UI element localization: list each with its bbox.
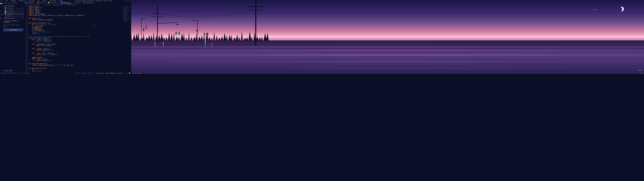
breadcrumb[interactable]: home›dani›vscode-o...›...›extensions›tea… xyxy=(24,4,131,6)
traffic-light-icon xyxy=(176,32,176,35)
close-button[interactable]: ✕ xyxy=(129,0,130,2)
breadcrumb-segment[interactable]: ... xyxy=(78,4,79,6)
open-editor-item[interactable]: Java.java~/.vscode-oss/extensions/tea... xyxy=(2,9,24,11)
svg-point-4 xyxy=(1,11,2,11)
editor-tab[interactable]: Java.java xyxy=(36,2,46,4)
menubar: File Modifica Selezione Visualizza Vai D… xyxy=(0,0,64,2)
file-icon xyxy=(26,2,27,3)
sidebar: ESPLORA RISORSE EDITOR APERTI Golang.go~… xyxy=(2,2,24,72)
breadcrumb-segment[interactable]: teabyii.ayu-0.18.0 xyxy=(52,4,63,6)
file-icon xyxy=(5,12,6,13)
breadcrumb-segment[interactable]: home xyxy=(25,4,28,6)
tab-row: Golang.goJava.javaJavaScript.jsPython.py… xyxy=(24,2,131,4)
minimize-button[interactable]: — xyxy=(123,0,125,2)
chevron-right-icon: › xyxy=(41,4,42,6)
file-path: ~/.vscode-oss/extensions/teab... xyxy=(13,16,24,17)
code-editor[interactable]: 1234567891011121314151617181920212223242… xyxy=(24,6,131,72)
scm-icon[interactable] xyxy=(0,10,2,12)
status-feedback-icon[interactable]: ☺ xyxy=(126,72,127,74)
status-formatting[interactable]: Formatting: ✓ xyxy=(116,72,124,74)
minimap[interactable] xyxy=(123,6,131,72)
tab-label: Python.py xyxy=(63,2,70,3)
tab-label: TypeScript.ts xyxy=(85,2,94,4)
debug-icon[interactable] xyxy=(0,14,2,16)
chevron-right-icon: › xyxy=(33,4,34,6)
file-name: JavaScript.js xyxy=(7,11,15,13)
status-cursor-pos[interactable]: Ri 1, col 1 xyxy=(75,72,81,74)
open-editor-item[interactable]: JavaScript.js~/.vscode-oss/extensio...1 xyxy=(2,11,24,13)
traffic-light-icon xyxy=(146,25,147,29)
status-python[interactable]: Python 3.7.4 64-bit xyxy=(1,72,12,74)
chevron-right-icon: › xyxy=(77,4,77,6)
extensions-icon[interactable] xyxy=(0,18,2,19)
close-icon[interactable]: × xyxy=(70,2,71,3)
breadcrumb-segment[interactable]: dani xyxy=(30,4,32,6)
code-content[interactable]: import jsonimport hashlibimport mathimpo… xyxy=(28,6,123,72)
file-name: Python.py xyxy=(7,13,14,15)
tab-label: JavaScript.js xyxy=(50,2,58,4)
open-editor-item[interactable]: TypeScript.ts~/.vscode-oss/extens...9 xyxy=(2,17,24,19)
svg-rect-6 xyxy=(1,18,2,18)
no-folder-section: NESSUNA CARTELLA APERTA Non ci sono anco… xyxy=(2,20,24,32)
file-name: Java.java xyxy=(7,9,13,11)
file-name: Golang.go xyxy=(7,7,14,9)
file-icon xyxy=(5,7,6,9)
chevron-right-icon: › xyxy=(29,4,30,6)
editor-tab[interactable]: TypeScript.ts xyxy=(82,2,96,4)
file-name: TypeScript.ts xyxy=(7,17,16,19)
editor-group: Golang.goJava.javaJavaScript.jsPython.py… xyxy=(24,2,131,72)
open-editor-item[interactable]: Python.py~/.vscode-oss/extensions...9 xyxy=(2,13,24,15)
open-editor-item[interactable]: Ruby.rb~/.vscode-oss/extensions/teab... xyxy=(2,15,24,17)
editor-tab[interactable]: JavaScript.js xyxy=(46,2,60,4)
status-liveshare[interactable]: ⇪ Live Share xyxy=(21,72,29,74)
no-folder-header[interactable]: NESSUNA CARTELLA APERTA xyxy=(2,20,24,24)
tab-label: Ruby.rb xyxy=(76,2,81,4)
open-editors-section: EDITOR APERTI Golang.go~/.vscode-oss/ext… xyxy=(2,4,24,20)
status-eol[interactable]: LF xyxy=(93,72,95,74)
status-encoding[interactable]: UTF-8 xyxy=(88,72,92,74)
text-cursor-icon xyxy=(94,24,94,26)
search-icon[interactable] xyxy=(0,6,2,8)
file-icon xyxy=(5,10,6,11)
chevron-right-icon: › xyxy=(67,4,68,6)
status-tslint[interactable]: TSLint: Warning xyxy=(105,72,115,74)
breadcrumb-segment[interactable]: vscode-o... xyxy=(34,4,40,6)
status-warnings[interactable]: △ 7 xyxy=(18,72,20,74)
maximize-button[interactable]: ☐ xyxy=(126,0,128,2)
file-icon xyxy=(37,2,38,3)
file-path: ~/.vscode-oss/extensions/tea... xyxy=(15,8,24,9)
open-editors-header[interactable]: EDITOR APERTI xyxy=(2,5,24,7)
open-folder-button[interactable]: Apri cartella xyxy=(3,28,23,31)
app-logo-icon xyxy=(1,0,3,2)
breadcrumb-segment[interactable]: test xyxy=(64,4,66,6)
file-path: ~/.vscode-oss/extensions/tea... xyxy=(14,10,24,11)
window-title: [Host di sviluppo estensione] - Python.p… xyxy=(64,0,123,2)
file-icon xyxy=(48,2,49,3)
moon-icon xyxy=(618,6,624,12)
editor-tab[interactable]: Python.py× xyxy=(60,2,72,4)
file-icon xyxy=(61,2,62,3)
status-bell-icon[interactable]: 🔔 xyxy=(129,72,130,74)
svg-rect-5 xyxy=(0,18,1,18)
editor-tab[interactable]: Ruby.rb xyxy=(72,2,82,4)
status-bar: Python 3.7.4 64-bit ⊘ 33 △ 7 ⇪ Live Shar… xyxy=(0,72,131,74)
traffic-light-icon xyxy=(178,32,180,35)
status-language[interactable]: MagicPython xyxy=(96,72,104,74)
outline-section: STRUTTURA xyxy=(2,70,24,72)
breadcrumb-segment[interactable]: ... xyxy=(42,4,43,6)
file-icon xyxy=(5,14,6,15)
svg-point-2 xyxy=(0,10,1,11)
open-editor-item[interactable]: Golang.go~/.vscode-oss/extensions/tea... xyxy=(2,7,24,9)
status-errors[interactable]: ⊘ 33 xyxy=(14,72,16,74)
chevron-right-icon: › xyxy=(44,4,44,6)
file-icon xyxy=(5,18,6,19)
status-indent[interactable]: Spazi: 4 xyxy=(82,72,87,74)
breadcrumb-segment[interactable]: extensions xyxy=(44,4,51,6)
explorer-icon[interactable] xyxy=(0,3,2,4)
breadcrumb-segment[interactable]: Python.py xyxy=(70,4,76,6)
outline-header[interactable]: STRUTTURA xyxy=(2,70,24,72)
image-filename: 1553434429268.jpg xyxy=(131,72,143,74)
editor-tab[interactable]: Golang.go xyxy=(24,2,36,4)
sidebar-title: ESPLORA RISORSE xyxy=(2,2,24,4)
tab-overflow-icon[interactable]: ⋯ xyxy=(128,2,131,4)
